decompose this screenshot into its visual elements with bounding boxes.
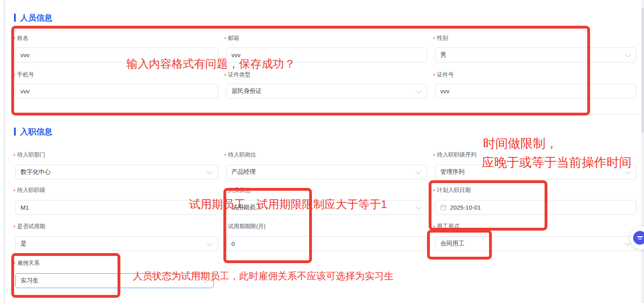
- phone-value: vvv: [21, 88, 30, 95]
- section-title-bar: [14, 128, 16, 136]
- gender-value: 男: [440, 51, 446, 59]
- required-asterisk: *: [224, 225, 226, 230]
- id-type-field: * 证件类型 居民身份证: [224, 71, 250, 78]
- employment-relation-field: * 雇佣关系 实习生: [13, 260, 39, 266]
- required-asterisk: *: [224, 36, 226, 42]
- required-asterisk: *: [433, 73, 435, 78]
- section-title-onboarding-info: 入职信息: [14, 127, 52, 136]
- position-value: 产品经理: [231, 168, 256, 176]
- gender-field: * 性别 男: [433, 35, 448, 41]
- required-asterisk: *: [13, 153, 15, 159]
- employment-type-label: 用工形式: [437, 223, 459, 230]
- section-title-text: 入职信息: [20, 127, 52, 136]
- required-asterisk: *: [224, 73, 226, 78]
- chevron-down-icon: [416, 204, 421, 209]
- probation-flag-field: * 是否试用期 是: [13, 223, 45, 230]
- department-select[interactable]: 数字化中心: [15, 165, 218, 179]
- employment-type-value: 合同用工: [440, 240, 464, 247]
- name-value: vvv: [21, 52, 30, 58]
- required-asterisk: *: [224, 188, 226, 194]
- department-label: 待入职部门: [17, 151, 45, 159]
- level-sequence-label: 待入职职级序列: [437, 151, 476, 159]
- id-number-value: vvv: [440, 88, 450, 95]
- section-title-personnel-info: 人员信息: [14, 13, 52, 22]
- section-title-bar: [14, 14, 16, 22]
- annotation-box-personnel-info: [11, 26, 590, 115]
- level-sequence-value: 管理序列: [440, 168, 464, 176]
- required-asterisk: *: [433, 153, 435, 159]
- chevron-down-icon: [207, 204, 213, 209]
- plan-date-value: 2025-10-01: [450, 204, 481, 211]
- gender-select[interactable]: 男: [435, 47, 636, 62]
- section-title-text: 人员信息: [20, 13, 52, 22]
- email-value: vvv: [231, 52, 241, 58]
- chevron-down-icon: [202, 277, 208, 282]
- level-value: M1: [21, 204, 29, 211]
- phone-field: * 手机号 vvv: [13, 71, 34, 78]
- level-label: 待入职职级: [17, 187, 45, 194]
- id-type-value: 居民身份证: [231, 87, 262, 95]
- probation-months-value: 0: [231, 240, 235, 247]
- department-field: * 待入职部门 数字化中心: [13, 151, 45, 158]
- assistant-icon: [633, 231, 644, 245]
- id-number-label: 证件号: [437, 71, 454, 78]
- employment-relation-value: 实习生: [21, 277, 39, 284]
- employment-relation-select[interactable]: 实习生: [15, 273, 214, 288]
- employment-type-select[interactable]: 合同用工: [435, 236, 636, 251]
- plan-date-label: 计划入职日期: [437, 187, 471, 194]
- required-asterisk: *: [13, 188, 15, 194]
- level-field: * 待入职职级 M1: [13, 187, 45, 194]
- probation-months-field: * 试用期期限(月) 0: [224, 223, 266, 230]
- gender-label: 性别: [437, 35, 448, 42]
- level-sequence-select[interactable]: 管理序列: [435, 165, 636, 179]
- chevron-down-icon: [207, 240, 213, 245]
- id-type-label: 证件类型: [228, 71, 250, 78]
- required-asterisk: *: [13, 225, 15, 230]
- id-number-field: * 证件号 vvv: [433, 71, 454, 78]
- person-status-select[interactable]: 试用期员工: [226, 200, 427, 215]
- person-status-label: 人员状态: [228, 187, 250, 194]
- required-asterisk: *: [433, 36, 435, 42]
- phone-label: 手机号: [17, 71, 34, 78]
- probation-flag-value: 是: [21, 240, 27, 247]
- required-asterisk: *: [224, 153, 226, 159]
- chevron-down-icon: [625, 240, 631, 245]
- email-label: 邮箱: [228, 35, 239, 42]
- phone-input[interactable]: vvv: [15, 84, 218, 99]
- chevron-down-icon: [416, 87, 421, 93]
- employment-type-field: * 用工形式 合同用工: [433, 223, 459, 230]
- required-asterisk: *: [13, 36, 15, 42]
- position-field: * 待入职岗位 产品经理: [224, 151, 256, 158]
- probation-flag-label: 是否试用期: [17, 223, 45, 230]
- position-select[interactable]: 产品经理: [226, 165, 427, 179]
- chevron-down-icon: [207, 168, 213, 174]
- section-divider: [6, 114, 644, 114]
- person-status-value: 试用期员工: [231, 204, 262, 211]
- calendar-icon: [440, 204, 446, 210]
- level-select[interactable]: M1: [15, 200, 218, 215]
- plan-date-picker[interactable]: 2025-10-01: [435, 200, 636, 215]
- required-asterisk: *: [13, 261, 15, 267]
- chevron-down-icon: [625, 168, 631, 174]
- chevron-down-icon: [416, 168, 421, 174]
- email-field: * 邮箱 vvv: [224, 35, 239, 41]
- position-label: 待入职岗位: [228, 151, 256, 159]
- email-input[interactable]: vvv: [226, 47, 427, 62]
- probation-months-label: 试用期期限(月): [228, 223, 265, 230]
- name-label: 姓名: [17, 35, 28, 42]
- required-asterisk: *: [433, 188, 435, 194]
- probation-flag-select[interactable]: 是: [15, 236, 218, 251]
- required-asterisk: *: [13, 73, 15, 78]
- required-asterisk: *: [433, 225, 435, 230]
- id-number-input[interactable]: vvv: [435, 84, 636, 99]
- id-type-select[interactable]: 居民身份证: [226, 84, 427, 99]
- name-input[interactable]: vvv: [15, 47, 218, 62]
- probation-months-input[interactable]: 0: [226, 236, 427, 251]
- employment-relation-label: 雇佣关系: [17, 260, 39, 267]
- department-value: 数字化中心: [21, 168, 51, 176]
- left-gutter-strip: [3, 0, 6, 303]
- plan-date-field: * 计划入职日期 2025-10-01: [433, 187, 471, 194]
- name-field: * 姓名 vvv: [13, 35, 28, 41]
- chevron-down-icon: [625, 51, 631, 57]
- annotation-text-time-limit-line1: 时间做限制，: [483, 135, 558, 152]
